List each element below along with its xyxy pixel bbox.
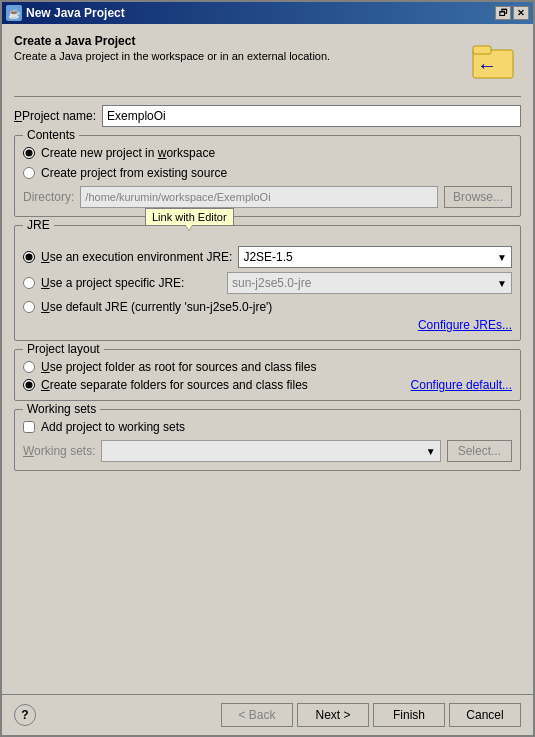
configure-default-link[interactable]: Configure default... [411, 378, 512, 392]
jre-env-combo[interactable]: J2SE-1.5 ▼ [238, 246, 512, 268]
window: ☕ New Java Project 🗗 ✕ Create a Java Pro… [0, 0, 535, 737]
header-section: Create a Java Project Create a Java proj… [14, 34, 521, 86]
finish-button[interactable]: Finish [373, 703, 445, 727]
header-text: Create a Java Project Create a Java proj… [14, 34, 469, 62]
jre-specific-combo-arrow: ▼ [497, 278, 507, 289]
jre-env-combo-arrow: ▼ [497, 252, 507, 263]
back-button[interactable]: < Back [221, 703, 293, 727]
radio-jre-default[interactable] [23, 301, 35, 313]
jre-group: JRE Link with Editor Use an execution en… [14, 225, 521, 341]
working-sets-label: Working sets: [23, 444, 95, 458]
add-working-sets-checkbox[interactable] [23, 421, 35, 433]
radio-layout-folder-label: Use project folder as root for sources a… [41, 360, 316, 374]
radio-jre-env[interactable] [23, 251, 35, 263]
header-desc: Create a Java project in the workspace o… [14, 50, 469, 62]
contents-group-title: Contents [23, 128, 79, 142]
header-icon: ← [469, 34, 521, 86]
browse-button: Browse... [444, 186, 512, 208]
radio-jre-specific[interactable] [23, 277, 35, 289]
spacer [14, 479, 521, 684]
select-button: Select... [447, 440, 512, 462]
jre-specific-combo: sun-j2se5.0-jre ▼ [227, 272, 512, 294]
jre-group-title: JRE [23, 218, 54, 232]
radio-existing-label: Create project from existing source [41, 166, 227, 180]
working-sets-select-row: Working sets: ▼ Select... [23, 440, 512, 462]
directory-row: Directory: Browse... [23, 186, 512, 208]
tooltip-arrow [185, 225, 193, 231]
cancel-button[interactable]: Cancel [449, 703, 521, 727]
add-to-working-sets-row: Add project to working sets [23, 420, 512, 434]
titlebar-controls: 🗗 ✕ [495, 6, 529, 20]
radio-existing-source[interactable] [23, 167, 35, 179]
radio-workspace-row: Create new project in workspace [23, 146, 512, 160]
nav-buttons: < Back Next > Finish Cancel [221, 703, 521, 727]
configure-jres-link[interactable]: Configure JREs... [418, 318, 512, 332]
project-name-label: PProject name: [14, 109, 96, 123]
radio-layout-separate[interactable] [23, 379, 35, 391]
window-icon: ☕ [6, 5, 22, 21]
directory-input [80, 186, 438, 208]
radio-jre-env-label: Use an execution environment JRE: [41, 250, 232, 264]
radio-existing-row: Create project from existing source [23, 166, 512, 180]
titlebar: ☕ New Java Project 🗗 ✕ [2, 2, 533, 24]
working-sets-title: Working sets [23, 402, 100, 416]
window-title: New Java Project [26, 6, 125, 20]
project-name-input[interactable] [102, 105, 521, 127]
configure-jres-row: Configure JREs... [23, 318, 512, 332]
radio-jre-specific-label: Use a project specific JRE: [41, 276, 221, 290]
working-sets-group: Working sets Add project to working sets… [14, 409, 521, 471]
header-title: Create a Java Project [14, 34, 469, 48]
jre-specific-row: Use a project specific JRE: sun-j2se5.0-… [23, 272, 512, 294]
project-name-row: PProject name: [14, 105, 521, 127]
radio-jre-default-label: Use default JRE (currently 'sun-j2se5.0-… [41, 300, 272, 314]
content-area: Create a Java Project Create a Java proj… [2, 24, 533, 694]
jre-default-row: Use default JRE (currently 'sun-j2se5.0-… [23, 300, 512, 314]
layout-separate-row: Create separate folders for sources and … [23, 378, 512, 392]
restore-button[interactable]: 🗗 [495, 6, 511, 20]
directory-label: Directory: [23, 190, 74, 204]
project-layout-group: Project layout Use project folder as roo… [14, 349, 521, 401]
working-sets-combo: ▼ [101, 440, 440, 462]
header-divider [14, 96, 521, 97]
contents-group: Contents Create new project in workspace… [14, 135, 521, 217]
add-working-sets-label: Add project to working sets [41, 420, 185, 434]
radio-layout-separate-label: Create separate folders for sources and … [41, 378, 403, 392]
svg-text:←: ← [477, 54, 497, 76]
working-sets-combo-arrow: ▼ [426, 446, 436, 457]
folder-icon-svg: ← [469, 34, 521, 86]
link-with-editor-tooltip: Link with Editor [145, 208, 234, 226]
radio-workspace[interactable] [23, 147, 35, 159]
titlebar-left: ☕ New Java Project [6, 5, 125, 21]
jre-env-row: Use an execution environment JRE: J2SE-1… [23, 246, 512, 268]
bottom-bar: ? < Back Next > Finish Cancel [2, 694, 533, 735]
svg-rect-1 [473, 46, 491, 54]
next-button[interactable]: Next > [297, 703, 369, 727]
radio-layout-folder[interactable] [23, 361, 35, 373]
layout-folder-row: Use project folder as root for sources a… [23, 360, 512, 374]
help-button[interactable]: ? [14, 704, 36, 726]
radio-workspace-label: Create new project in workspace [41, 146, 215, 160]
close-button[interactable]: ✕ [513, 6, 529, 20]
project-layout-title: Project layout [23, 342, 104, 356]
